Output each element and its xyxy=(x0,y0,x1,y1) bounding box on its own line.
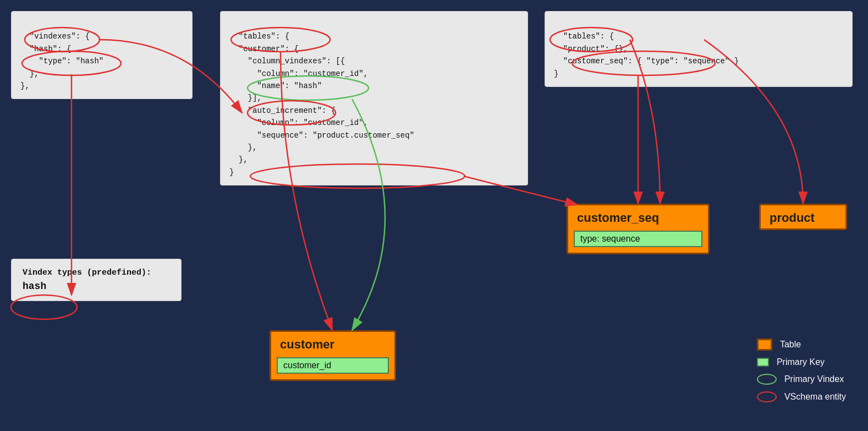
legend-vs-icon xyxy=(757,391,777,402)
legend-pk-icon xyxy=(757,358,769,367)
legend-pv-label: Primary Vindex xyxy=(784,374,844,384)
legend-pv-row: Primary Vindex xyxy=(757,374,846,385)
customer-title: customer xyxy=(271,332,394,355)
customer-entity: customer customer_id xyxy=(270,330,396,381)
vindex-types-box: Vindex types (predefined): hash xyxy=(11,259,182,301)
customer-id-field: customer_id xyxy=(277,357,389,374)
legend-pk-row: Primary Key xyxy=(757,357,846,367)
customer-seq-title: customer_seq xyxy=(568,205,708,228)
vindex-code-box: "vindexes": { "hash": { "type": "hash" }… xyxy=(11,11,193,99)
product-entity: product xyxy=(759,204,847,230)
legend-vs-row: VSchema entity xyxy=(757,391,846,402)
legend-table-label: Table xyxy=(780,340,801,350)
legend-pv-icon xyxy=(757,374,777,385)
legend: Table Primary Key Primary Vindex VSchema… xyxy=(757,339,846,409)
customer-seq-field: type: sequence xyxy=(574,231,702,247)
product-code-box: "tables": { "product": {}, "customer_seq… xyxy=(545,11,853,87)
customer-code-box: "tables": { "customer": { "column_vindex… xyxy=(220,11,528,186)
legend-vs-label: VSchema entity xyxy=(784,392,846,402)
legend-table-icon xyxy=(757,339,772,351)
customer-seq-entity: customer_seq type: sequence xyxy=(567,204,710,254)
legend-pk-label: Primary Key xyxy=(777,357,825,367)
product-title: product xyxy=(761,205,845,228)
vindex-types-value: hash xyxy=(23,281,170,292)
legend-table-row: Table xyxy=(757,339,846,351)
vindex-types-title: Vindex types (predefined): xyxy=(23,268,170,277)
